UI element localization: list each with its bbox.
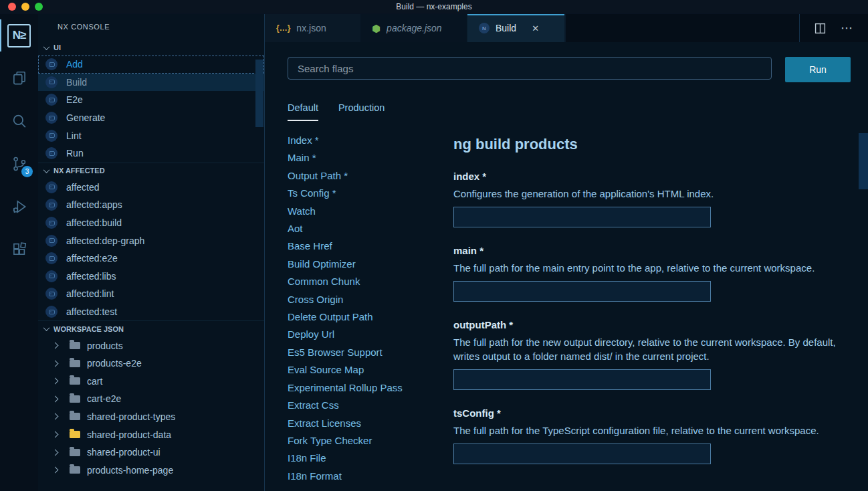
field-label: index * [453,171,851,182]
field-input[interactable] [453,444,711,464]
tree-item-command[interactable]: > Add [38,56,264,74]
chevron-right-icon [52,449,59,456]
flag-link[interactable]: Build Optimizer [288,256,453,273]
split-editor-icon[interactable] [815,23,826,34]
flag-link[interactable]: Common Chunk [288,273,453,290]
editor-scrollbar-thumb[interactable] [859,133,868,189]
terminal-command-icon: > [45,76,58,88]
activity-extensions-button[interactable] [0,228,38,271]
tree-item-command[interactable]: > affected:dep-graph [38,231,264,250]
tab-nx-json[interactable]: {…} nx.json [265,14,360,42]
tree-item-command[interactable]: > affected:build [38,214,264,232]
activity-search-button[interactable] [0,100,38,142]
build-webview: Run Default Production Index * Main * [265,42,868,491]
flag-link[interactable]: Aot [288,220,453,237]
section-header-nx-affected[interactable]: NX AFFECTED [38,163,264,179]
chevron-right-icon [52,413,59,420]
field-label: tsConfig * [453,407,851,419]
tree-item-project[interactable]: shared-product-ui [38,444,264,462]
field-input[interactable] [453,281,711,302]
tree-item-project[interactable]: products-home-page [38,461,264,479]
flag-link[interactable]: I18n File [288,450,453,467]
flag-link[interactable]: Cross Origin [288,291,453,308]
field-input[interactable] [453,369,711,390]
activity-source-control-button[interactable]: 3 [0,142,38,185]
tree-item-label: affected:build [66,217,122,228]
tree-item-project[interactable]: shared-product-types [38,408,264,426]
flag-link[interactable]: Ts Config * [288,185,453,202]
flag-link[interactable]: I18n Format [288,468,453,485]
flag-link[interactable]: Eval Source Map [288,361,453,379]
tree-item-label: products-e2e [87,358,142,369]
form-field: main * The full path for the main entry … [453,245,851,302]
tree-item-label: Build [66,77,87,88]
tree-item-project[interactable]: products [38,336,264,355]
run-button[interactable]: Run [785,57,851,82]
sidebar-scrollbar-thumb[interactable] [255,60,263,127]
folder-icon [70,395,80,403]
tree-item-command[interactable]: > affected:test [38,303,264,321]
flag-link[interactable]: Extract Licenses [288,415,453,432]
tree-item-label: affected:lint [66,288,114,299]
configuration-tab[interactable]: Default [288,102,318,121]
tree-item-project[interactable]: products-e2e [38,355,264,373]
tree-item-command[interactable]: > Generate [38,109,264,127]
activity-explorer-button[interactable] [0,57,38,100]
tree-item-command[interactable]: > Lint [38,126,264,144]
flag-link[interactable]: Base Href [288,237,453,255]
chevron-right-icon [52,342,59,349]
editor-actions: ⋯ [799,14,868,42]
close-window-button[interactable] [8,3,16,11]
tree-item-label: products [87,340,123,351]
content-row: Index * Main * Output Path * Ts Config *… [265,121,868,485]
flag-link[interactable]: Delete Output Path [288,308,453,326]
tree-item-command[interactable]: > affected:libs [38,268,264,286]
configuration-tab[interactable]: Production [338,102,385,121]
activity-nx-console-button[interactable]: N≥ [0,14,38,57]
tree-item-command[interactable]: > E2e [38,91,264,109]
terminal-command-icon: > [45,288,58,300]
activity-run-debug-button[interactable] [0,185,38,228]
section-header-workspace-json[interactable]: WORKSPACE JSON [38,320,264,336]
tree-item-command[interactable]: > affected:lint [38,285,264,303]
flag-link[interactable]: Experimental Rollup Pass [288,379,453,397]
flag-link[interactable]: Watch [288,203,453,220]
flag-link[interactable]: Extract Css [288,397,453,414]
flag-link[interactable]: Es5 Browser Support [288,344,453,361]
tab-package-json[interactable]: ⬢ package.json [360,14,467,42]
tab-build[interactable]: N Build ✕ [467,14,565,42]
tree-item-project[interactable]: cart [38,373,264,391]
tree-item-project[interactable]: cart-e2e [38,390,264,408]
flag-link[interactable]: Index * [288,132,453,149]
terminal-command-icon: > [45,235,58,247]
tree-item-label: Add [66,59,83,70]
tree-item-project[interactable]: shared-product-data [38,425,264,444]
section-nx-affected: NX AFFECTED > affected > affected:apps [38,163,264,321]
search-flags-input[interactable] [288,57,772,80]
section-header-ui[interactable]: UI [38,39,264,56]
more-actions-icon[interactable]: ⋯ [841,21,853,35]
chevron-right-icon [52,395,59,402]
close-icon[interactable]: ✕ [532,23,539,33]
terminal-command-icon: > [45,199,58,211]
tree-item-command[interactable]: > Run [38,144,264,163]
build-form-panel: ng build products index * Configures the… [453,132,868,485]
tree-item-command[interactable]: > affected:e2e [38,250,264,268]
command-title: ng build products [453,136,851,153]
flag-list: Index * Main * Output Path * Ts Config *… [288,132,453,485]
tree-item-label: cart [87,376,102,387]
field-input[interactable] [453,207,711,227]
flag-link[interactable]: Output Path * [288,167,453,185]
minimize-window-button[interactable] [21,3,29,11]
tree-item-command[interactable]: > affected:apps [38,196,264,214]
tree-item-label: shared-product-data [87,429,171,440]
section-label: NX AFFECTED [53,167,105,175]
window-title: Build — nx-examples [0,2,868,11]
tree-item-command[interactable]: > Build [38,74,264,92]
maximize-window-button[interactable] [35,3,43,11]
tree-item-command[interactable]: > affected [38,179,264,197]
affected-command-list: > affected > affected:apps > affected:bu… [38,179,264,321]
flag-link[interactable]: Main * [288,149,453,167]
flag-link[interactable]: Fork Type Checker [288,432,453,450]
flag-link[interactable]: Deploy Url [288,326,453,343]
